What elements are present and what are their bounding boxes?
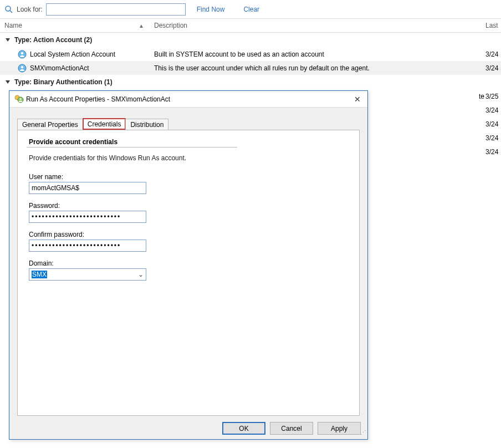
column-description[interactable]: Description [150,22,485,29]
svg-point-8 [19,98,21,99]
row-name: Local System Action Account [30,50,115,58]
row-last: 3/24 [485,148,501,156]
account-icon [18,50,27,59]
svg-line-1 [10,11,12,13]
row-desc: This is the user account under which all… [150,64,485,72]
row-last: 3/24 [485,106,501,114]
tab-general-properties[interactable]: General Properties [17,119,83,130]
svg-point-3 [21,52,24,54]
search-input[interactable] [46,3,186,16]
group-label: Type: Action Account (2) [14,36,92,44]
tab-body-credentials: Provide account credentials Provide cred… [17,130,360,159]
find-now-link[interactable]: Find Now [189,6,233,13]
dialog-title-text: Run As Account Properties - SMX\momActio… [24,95,352,103]
row-last: 3/24 [485,64,501,72]
run-as-account-properties-dialog: Run As Account Properties - SMX\momActio… [9,90,368,159]
grid-header: Name ▲ Description Last [0,19,501,33]
column-last[interactable]: Last [485,22,501,29]
clear-link[interactable]: Clear [236,6,267,13]
divider [27,147,237,147]
column-name[interactable]: Name ▲ [0,22,150,29]
search-icon [4,5,13,14]
group-header-binary-auth[interactable]: Type: Binary Authentication (1) [0,75,501,89]
tab-strip: General Properties Credentials Distribut… [17,115,367,130]
sort-ascending-icon: ▲ [139,23,144,29]
svg-point-0 [6,6,11,11]
collapse-icon [6,80,10,84]
row-last: 3/24 [485,120,501,128]
row-desc: Built in SYSTEM account to be used as an… [150,50,485,58]
look-for-label: Look for: [17,6,43,13]
row-name: SMX\momActionAct [30,64,89,72]
table-row[interactable]: Local System Action Account Built in SYS… [0,47,501,61]
close-icon[interactable]: ✕ [352,95,363,104]
section-title: Provide account credentials [29,138,350,146]
row-last: 3/24 [485,50,501,58]
column-name-label: Name [4,22,22,29]
tab-distribution[interactable]: Distribution [125,119,168,130]
row-last: 3/25 [485,93,501,100]
table-row[interactable]: SMX\momActionAct This is the user accoun… [0,61,501,75]
search-toolbar: Look for: Find Now Clear [0,0,501,19]
group-label: Type: Binary Authentication (1) [14,78,113,86]
tab-credentials[interactable]: Credentials [83,118,126,130]
hint-text: Provide credentials for this Windows Run… [29,154,350,159]
collapse-icon [6,38,10,42]
group-header-action-account[interactable]: Type: Action Account (2) [0,33,501,47]
dialog-icon [14,94,24,104]
account-icon [18,64,27,73]
row-last: 3/24 [485,134,501,142]
dialog-titlebar[interactable]: Run As Account Properties - SMX\momActio… [9,91,367,108]
row-desc-fragment: te [479,93,484,100]
svg-point-5 [21,65,24,68]
